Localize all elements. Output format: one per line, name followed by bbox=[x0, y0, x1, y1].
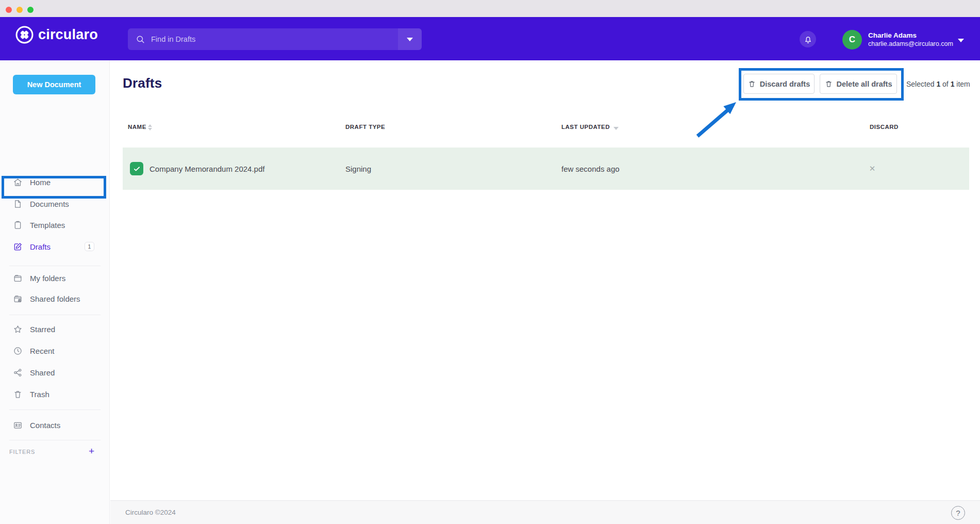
new-document-button[interactable]: New Document bbox=[13, 75, 95, 94]
window-minimize-button[interactable] bbox=[16, 7, 23, 13]
sidebar-item-starred[interactable]: Starred bbox=[0, 318, 110, 340]
search-scope-dropdown[interactable] bbox=[398, 28, 422, 50]
search-input[interactable] bbox=[151, 35, 373, 43]
sidebar-item-label: Starred bbox=[30, 325, 55, 334]
add-filter-button[interactable]: + bbox=[89, 446, 94, 457]
selection-status: Selected 1 of 1 item bbox=[906, 80, 970, 88]
discard-drafts-button[interactable]: Discard drafts bbox=[743, 74, 815, 94]
app-window: circularo C Charli bbox=[0, 0, 980, 524]
sidebar-item-contacts[interactable]: Contacts bbox=[0, 414, 110, 436]
sidebar-item-label: Documents bbox=[30, 200, 69, 208]
sort-desc-icon[interactable] bbox=[613, 127, 619, 130]
home-icon bbox=[13, 177, 23, 187]
delete-all-drafts-button[interactable]: Delete all drafts bbox=[820, 74, 897, 94]
window-zoom-button[interactable] bbox=[27, 7, 34, 13]
sidebar-divider bbox=[9, 266, 101, 266]
app-header: circularo C Charli bbox=[0, 17, 980, 60]
row-checkbox[interactable] bbox=[130, 162, 143, 175]
sidebar-item-label: Shared bbox=[30, 368, 55, 377]
sidebar-item-home[interactable]: Home bbox=[0, 171, 110, 193]
user-menu-chevron-icon[interactable] bbox=[958, 39, 964, 42]
table-row[interactable]: Company Memorandum 2024.pdf Signing few … bbox=[123, 148, 969, 190]
sidebar-item-label: Drafts bbox=[30, 242, 51, 251]
sidebar-item-shared[interactable]: Shared bbox=[0, 362, 110, 383]
sidebar-divider bbox=[9, 315, 101, 315]
trash-icon bbox=[748, 80, 756, 88]
circularo-logo-icon bbox=[15, 26, 34, 44]
row-name[interactable]: Company Memorandum 2024.pdf bbox=[150, 148, 264, 190]
sidebar-item-templates[interactable]: Templates bbox=[0, 214, 110, 236]
sidebar-item-label: Recent bbox=[30, 347, 55, 355]
shared-folder-icon bbox=[13, 294, 23, 304]
sidebar-item-label: Trash bbox=[30, 390, 49, 399]
clock-icon bbox=[13, 346, 23, 356]
column-header-discard: DISCARD bbox=[870, 124, 899, 130]
filters-section: FILTERS + bbox=[0, 446, 110, 459]
notifications-button[interactable] bbox=[800, 31, 816, 47]
sidebar-item-label: Shared folders bbox=[30, 294, 80, 303]
sidebar-item-drafts[interactable]: Drafts 1 bbox=[0, 236, 110, 257]
user-email: charlie.adams@circularo.com bbox=[868, 40, 953, 48]
sidebar-divider bbox=[9, 440, 101, 440]
sidebar: New Document Home Documents bbox=[0, 60, 110, 524]
sidebar-item-recent[interactable]: Recent bbox=[0, 340, 110, 362]
sidebar-item-label: My folders bbox=[30, 274, 65, 283]
share-icon bbox=[13, 368, 23, 378]
main-content bbox=[110, 60, 980, 500]
sidebar-item-trash[interactable]: Trash bbox=[0, 383, 110, 405]
drafts-count-badge: 1 bbox=[85, 242, 94, 251]
user-avatar[interactable]: C bbox=[842, 30, 862, 50]
help-button[interactable]: ? bbox=[951, 506, 965, 520]
page-title: Drafts bbox=[123, 75, 162, 91]
column-header-draft-type[interactable]: DRAFT TYPE bbox=[345, 124, 385, 130]
trash-icon bbox=[13, 389, 23, 399]
sidebar-item-shared-folders[interactable]: Shared folders bbox=[0, 288, 110, 309]
filters-label: FILTERS bbox=[9, 449, 35, 455]
brand-logo[interactable]: circularo bbox=[15, 26, 98, 44]
folder-icon bbox=[13, 273, 23, 283]
document-icon bbox=[13, 199, 23, 209]
footer-copyright: Circularo ©2024 bbox=[125, 509, 176, 516]
footer: Circularo ©2024 ? bbox=[110, 500, 980, 524]
template-icon bbox=[13, 220, 23, 230]
question-mark-icon: ? bbox=[956, 509, 960, 517]
checkmark-icon bbox=[133, 165, 141, 173]
trash-icon bbox=[825, 80, 833, 88]
column-header-name[interactable]: NAME bbox=[128, 124, 146, 130]
drafts-edit-icon bbox=[13, 242, 23, 252]
sort-icon[interactable] bbox=[148, 124, 152, 130]
sidebar-item-label: Templates bbox=[30, 221, 65, 230]
user-name: Charlie Adams bbox=[868, 31, 953, 40]
sidebar-divider bbox=[9, 410, 101, 410]
search-bar[interactable] bbox=[128, 28, 422, 50]
sidebar-item-label: Contacts bbox=[30, 421, 60, 430]
row-draft-type: Signing bbox=[345, 148, 371, 190]
chevron-down-icon bbox=[407, 38, 413, 41]
row-discard-x-icon[interactable]: ✕ bbox=[866, 148, 878, 190]
brand-name: circularo bbox=[38, 27, 98, 43]
bell-icon bbox=[803, 35, 813, 44]
row-last-updated: few seconds ago bbox=[561, 148, 620, 190]
search-icon bbox=[136, 35, 145, 44]
sidebar-item-label: Home bbox=[30, 178, 51, 187]
avatar-initial: C bbox=[849, 35, 855, 45]
sidebar-item-documents[interactable]: Documents bbox=[0, 193, 110, 215]
discard-drafts-label: Discard drafts bbox=[760, 80, 810, 88]
window-close-button[interactable] bbox=[6, 7, 12, 13]
star-icon bbox=[13, 324, 23, 334]
column-header-last-updated[interactable]: LAST UPDATED bbox=[561, 124, 610, 130]
contacts-icon bbox=[13, 420, 23, 430]
sidebar-item-my-folders[interactable]: My folders bbox=[0, 267, 110, 289]
delete-all-drafts-label: Delete all drafts bbox=[837, 80, 892, 88]
window-titlebar bbox=[0, 0, 980, 17]
user-menu[interactable]: Charlie Adams charlie.adams@circularo.co… bbox=[868, 31, 953, 48]
